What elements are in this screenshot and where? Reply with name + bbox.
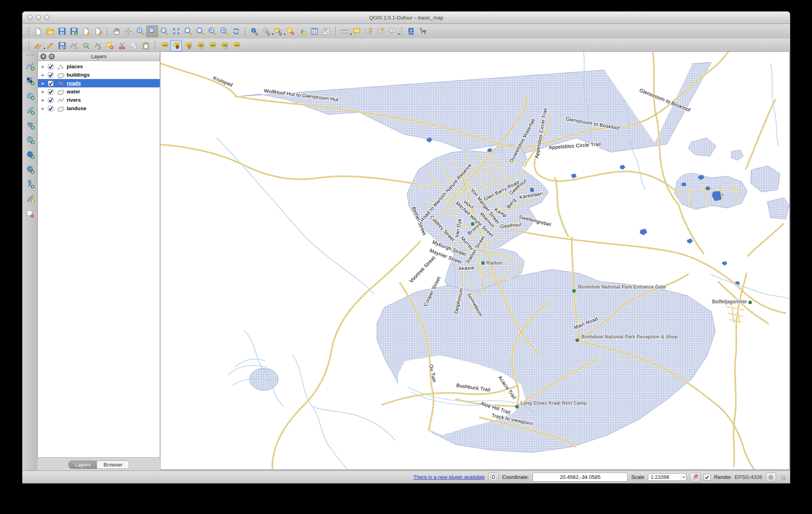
delete-selected-button[interactable] — [104, 40, 116, 51]
whats-this-button[interactable]: ? — [417, 26, 429, 37]
toggle-editing-button[interactable] — [44, 40, 56, 51]
refresh-button[interactable] — [230, 26, 242, 37]
expander-icon[interactable]: ▶ — [41, 90, 46, 94]
map-canvas[interactable]: KruispadWolfkloof Hut to Glenstroom HutG… — [160, 51, 790, 470]
zoom-native-button[interactable]: 1:1 — [158, 26, 170, 37]
cut-features-button[interactable] — [116, 40, 128, 51]
svg-text:abc: abc — [235, 43, 239, 46]
new-bookmark-button[interactable] — [362, 26, 374, 37]
remove-layer-button[interactable] — [24, 208, 36, 219]
expander-icon[interactable]: ▶ — [41, 81, 46, 85]
move-label-button[interactable]: abc — [206, 40, 218, 51]
tab-layers[interactable]: Layers — [69, 461, 97, 469]
zoom-window-button[interactable] — [44, 15, 50, 20]
layer-checkbox[interactable] — [48, 89, 54, 95]
add-oracle-layer-button[interactable] — [24, 134, 36, 145]
zoom-in-button[interactable] — [134, 26, 146, 37]
save-layer-edits-button[interactable] — [56, 40, 68, 51]
pin-unpin-labels-button[interactable]: ab — [170, 40, 182, 51]
add-vector-layer-button[interactable] — [24, 61, 36, 71]
crs-status-button[interactable] — [766, 472, 776, 482]
layer-item-places[interactable]: ▶places — [38, 62, 160, 71]
expander-icon[interactable]: ▶ — [41, 65, 46, 69]
save-project-as-icon — [69, 27, 79, 36]
expander-icon[interactable]: ▶ — [41, 98, 46, 102]
whats-this-icon: ? — [418, 27, 428, 36]
layer-checkbox[interactable] — [48, 80, 54, 87]
pan-map-button[interactable] — [110, 26, 122, 37]
help-contents-button[interactable]: ? — [405, 26, 417, 37]
move-feature-button[interactable] — [80, 40, 92, 51]
measure-line-button[interactable] — [339, 26, 351, 37]
layer-item-roads[interactable]: ▶roads — [38, 79, 160, 87]
zoom-full-button[interactable] — [170, 26, 182, 37]
plugin-available-link[interactable]: There is a new plugin available — [413, 474, 485, 480]
new-print-composer-button[interactable] — [80, 26, 92, 37]
add-wms-layer-button[interactable] — [24, 149, 36, 160]
plugin-manager-button[interactable] — [488, 472, 499, 482]
paste-features-button[interactable] — [140, 40, 152, 51]
map-tips-button[interactable] — [351, 26, 362, 37]
text-annotation-button[interactable]: T — [386, 26, 398, 37]
save-project-button[interactable] — [56, 26, 68, 37]
layer-checkbox[interactable] — [48, 105, 54, 112]
rotate-label-button[interactable]: abc — [218, 40, 230, 51]
resize-grip[interactable] — [780, 474, 786, 480]
titlebar[interactable]: QGIS 2.0.1-Dufour – basic_map — [22, 12, 790, 24]
zoom-next-button[interactable] — [218, 26, 230, 37]
add-raster-layer-button[interactable] — [24, 75, 36, 86]
layer-checkbox[interactable] — [48, 97, 54, 103]
new-project-button[interactable] — [32, 26, 44, 37]
deselect-all-button[interactable] — [284, 26, 296, 37]
layer-checkbox[interactable] — [48, 63, 54, 70]
svg-text:T: T — [391, 28, 393, 32]
zoom-to-selection-button[interactable] — [182, 26, 194, 37]
coordinate-input[interactable] — [533, 472, 628, 482]
place-dot — [749, 301, 752, 304]
pan-to-selection-button[interactable] — [122, 26, 134, 37]
open-project-button[interactable] — [44, 26, 56, 37]
layer-checkbox[interactable] — [48, 72, 54, 78]
layer-item-rivers[interactable]: ▶rivers — [38, 96, 160, 104]
close-window-button[interactable] — [28, 15, 33, 20]
add-spatialite-layer-button[interactable] — [24, 105, 36, 115]
new-spatialite-layer-button[interactable] — [24, 194, 36, 204]
scale-combo[interactable]: 1:23396 ▾ — [648, 473, 686, 481]
run-feature-action-button[interactable] — [260, 26, 272, 37]
show-hide-labels-button[interactable]: abc — [194, 40, 206, 51]
add-mssql-layer-button[interactable] — [24, 120, 36, 130]
save-project-as-button[interactable] — [68, 26, 80, 37]
layers-panel-header[interactable]: Layers — [38, 51, 160, 61]
layer-item-buildings[interactable]: ▶buildings — [38, 71, 160, 79]
tab-browser[interactable]: Browser — [97, 461, 129, 469]
zoom-last-button[interactable] — [206, 26, 218, 37]
zoom-to-layer-button[interactable] — [194, 26, 206, 37]
change-label-button[interactable]: abc — [230, 40, 242, 51]
labeling-options-button[interactable]: abc — [158, 40, 170, 51]
stop-render-icon — [691, 474, 699, 481]
render-checkbox[interactable] — [704, 474, 711, 480]
current-edits-button[interactable] — [32, 40, 44, 51]
node-tool-button[interactable] — [92, 40, 104, 51]
copy-features-button[interactable] — [128, 40, 140, 51]
layer-item-landuse[interactable]: ▶landuse — [38, 104, 160, 113]
select-by-expression-button[interactable]: ε — [296, 26, 308, 37]
add-delimited-text-layer-button[interactable] — [24, 179, 36, 189]
expander-icon[interactable]: ▶ — [41, 107, 46, 111]
select-rectangle-button[interactable] — [272, 26, 284, 37]
stop-render-button[interactable] — [690, 472, 700, 482]
add-feature-button[interactable] — [68, 40, 80, 51]
add-postgis-layer-button[interactable] — [24, 90, 36, 101]
highlight-pinned-labels-button[interactable]: ab — [182, 40, 194, 51]
expander-icon[interactable]: ▶ — [41, 73, 46, 77]
zoom-out-button[interactable] — [146, 26, 158, 37]
field-calculator-button[interactable] — [320, 26, 332, 37]
minimize-window-button[interactable] — [36, 15, 41, 20]
open-attribute-table-button[interactable] — [308, 26, 320, 37]
show-bookmarks-button[interactable] — [374, 26, 386, 37]
add-wfs-layer-button[interactable] — [24, 164, 36, 174]
identify-features-button[interactable]: i — [248, 26, 260, 37]
delete-selected-icon — [105, 41, 115, 50]
layer-item-water[interactable]: ▶water — [38, 87, 160, 96]
composer-manager-button[interactable] — [92, 26, 104, 37]
